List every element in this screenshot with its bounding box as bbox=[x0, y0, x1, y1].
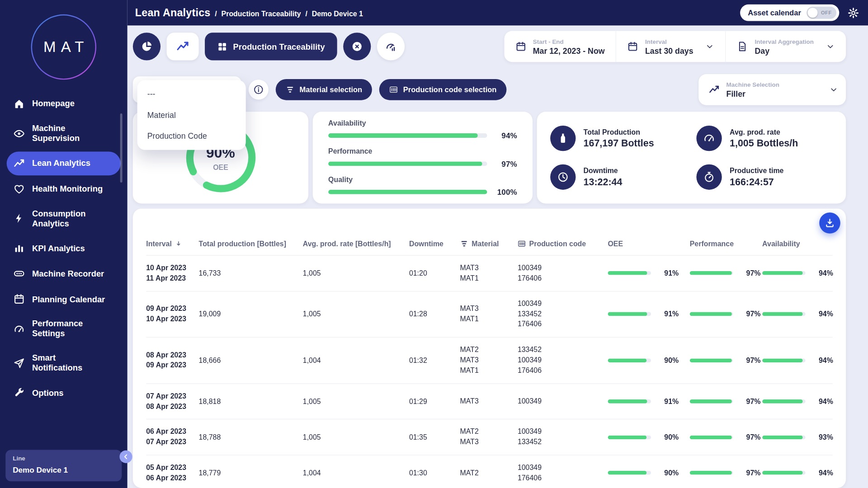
cell-downtime: 01:29 bbox=[409, 397, 460, 405]
device-selector-card[interactable]: Line Demo Device 1 bbox=[5, 450, 122, 482]
production-code-selection-button[interactable]: Production code selection bbox=[379, 79, 506, 100]
breadcrumb-device[interactable]: Demo Device 1 bbox=[312, 9, 363, 18]
cell-material: MAT3MAT1 bbox=[460, 263, 518, 284]
cell-total-production: 19,009 bbox=[199, 310, 303, 318]
sidebar-item-label: Planning Calendar bbox=[32, 294, 105, 304]
sidebar-item-kpi-analytics[interactable]: KPI Analytics bbox=[7, 236, 121, 260]
table-row: 08 Apr 202309 Apr 2023 18,666 1,004 01:3… bbox=[146, 337, 832, 383]
performance-label: Performance bbox=[328, 147, 517, 155]
download-button[interactable] bbox=[819, 212, 840, 234]
gauge-icon bbox=[13, 323, 25, 335]
grid-icon bbox=[217, 41, 227, 52]
kpi-bars-card: Availability 94% Performance 97% bbox=[313, 112, 533, 203]
gauge-chart-icon bbox=[385, 40, 397, 52]
asset-calendar-label: Asset calendar bbox=[748, 9, 801, 17]
eye-icon bbox=[13, 128, 25, 140]
material-selection-button[interactable]: Material selection bbox=[276, 79, 372, 100]
table-row: 05 Apr 202306 Apr 2023 18,779 1,004 01:3… bbox=[146, 455, 832, 488]
column-downtime[interactable]: Downtime bbox=[409, 239, 460, 248]
availability-label: Availability bbox=[328, 119, 517, 127]
cell-interval: 05 Apr 202306 Apr 2023 bbox=[146, 463, 198, 483]
settings-gear-icon[interactable] bbox=[848, 7, 859, 19]
column-avg-prod-rate[interactable]: Avg. prod. rate [Bottles/h] bbox=[303, 239, 409, 248]
column-availability[interactable]: Availability bbox=[762, 239, 833, 248]
dropdown-option-material[interactable]: Material bbox=[137, 104, 246, 126]
pie-chart-icon bbox=[141, 40, 153, 52]
sidebar-item-machine-recorder[interactable]: Machine Recorder bbox=[7, 262, 121, 286]
toggle-state-label: OFF bbox=[821, 10, 832, 15]
sidebar-item-smart-notifications[interactable]: Smart Notifications bbox=[7, 347, 121, 379]
cell-interval: 09 Apr 202310 Apr 2023 bbox=[146, 304, 198, 324]
cell-performance: 97% bbox=[690, 469, 762, 477]
cell-total-production: 18,779 bbox=[199, 469, 303, 477]
column-production-code[interactable]: Production code bbox=[518, 239, 608, 248]
sidebar-item-options[interactable]: Options bbox=[7, 381, 121, 405]
calendar-icon bbox=[515, 41, 526, 52]
asset-calendar-toggle[interactable]: OFF bbox=[807, 7, 836, 19]
machine-selection-label: Machine Selection bbox=[726, 81, 817, 88]
clock-icon bbox=[550, 164, 576, 190]
date-range-value: Mar 12, 2023 - Now bbox=[533, 46, 605, 55]
cell-avg-prod-rate: 1,005 bbox=[303, 433, 409, 441]
sidebar-item-health-monitoring[interactable]: Health Monitoring bbox=[7, 177, 121, 201]
sidebar-item-label: KPI Analytics bbox=[32, 243, 85, 253]
info-icon bbox=[253, 84, 264, 95]
info-button[interactable] bbox=[249, 80, 269, 99]
aggregation-picker[interactable]: Interval Aggregation Day bbox=[726, 31, 846, 62]
speedometer-icon bbox=[697, 126, 722, 151]
cell-oee: 91% bbox=[608, 269, 689, 277]
table-row: 09 Apr 202310 Apr 2023 19,009 1,005 01:2… bbox=[146, 291, 832, 337]
column-total-production[interactable]: Total production [Bottles] bbox=[199, 239, 303, 248]
sidebar-collapse-button[interactable] bbox=[119, 450, 132, 463]
cell-total-production: 18,666 bbox=[199, 357, 303, 365]
rate-analysis-button[interactable] bbox=[377, 33, 405, 60]
sidebar-item-machine-supervision[interactable]: Machine Supervision bbox=[7, 117, 121, 150]
cell-material: MAT3MAT1 bbox=[460, 304, 518, 324]
cell-material: MAT2MAT3 bbox=[460, 427, 518, 448]
breadcrumb-section[interactable]: Production Traceability bbox=[222, 9, 301, 18]
sidebar-item-label: Health Monitoring bbox=[32, 183, 103, 193]
bar-chart-icon bbox=[13, 243, 25, 254]
sidebar-item-performance-settings[interactable]: Performance Settings bbox=[7, 313, 121, 345]
performance-value: 97% bbox=[495, 160, 517, 169]
trend-view-button[interactable] bbox=[167, 33, 199, 60]
download-icon bbox=[824, 217, 835, 228]
cell-material: MAT2 bbox=[460, 468, 518, 478]
cell-oee: 90% bbox=[608, 433, 689, 441]
cell-avg-prod-rate: 1,005 bbox=[303, 269, 409, 277]
recorder-icon bbox=[13, 268, 25, 280]
sidebar-item-lean-analytics[interactable]: Lean Analytics bbox=[7, 151, 121, 175]
sidebar-item-planning-calendar[interactable]: Planning Calendar bbox=[7, 287, 121, 311]
downtime-label: Downtime bbox=[584, 166, 623, 174]
cell-total-production: 18,818 bbox=[199, 397, 303, 405]
interval-picker[interactable]: Interval Last 30 days bbox=[616, 31, 726, 62]
sidebar-item-label: Lean Analytics bbox=[32, 158, 90, 168]
date-range-picker[interactable]: Start - End Mar 12, 2023 - Now bbox=[504, 31, 616, 62]
sidebar-scrollbar[interactable] bbox=[120, 113, 123, 183]
breadcrumb-root[interactable]: Lean Analytics bbox=[135, 7, 211, 19]
cell-oee: 91% bbox=[608, 397, 689, 405]
pie-chart-view-button[interactable] bbox=[133, 33, 160, 60]
asset-calendar-pill[interactable]: Asset calendar OFF bbox=[740, 5, 839, 21]
total-production-label: Total Production bbox=[584, 127, 654, 136]
sidebar-item-consumption-analytics[interactable]: Consumption Analytics bbox=[7, 202, 121, 235]
dropdown-option-production-code[interactable]: Production Code bbox=[137, 126, 246, 147]
table-row: 10 Apr 202311 Apr 2023 16,733 1,005 01:2… bbox=[146, 255, 832, 291]
column-oee[interactable]: OEE bbox=[608, 239, 689, 248]
production-traceability-button[interactable]: Production Traceability bbox=[205, 33, 337, 60]
column-interval[interactable]: Interval bbox=[146, 239, 198, 248]
clear-selection-button[interactable] bbox=[343, 33, 371, 60]
total-production-value: 167,197 Bottles bbox=[584, 137, 654, 149]
cell-availability: 94% bbox=[762, 310, 833, 318]
cell-performance: 97% bbox=[690, 433, 762, 441]
content: Production Traceability Start - End Mar … bbox=[127, 25, 868, 488]
column-material[interactable]: Material bbox=[460, 239, 518, 248]
column-performance[interactable]: Performance bbox=[690, 239, 762, 248]
dropdown-option-none[interactable]: --- bbox=[137, 84, 246, 105]
availability-value: 94% bbox=[495, 131, 517, 140]
chevron-down-icon bbox=[826, 42, 835, 51]
sidebar-item-homepage[interactable]: Homepage bbox=[7, 92, 121, 116]
topbar-right: Asset calendar OFF bbox=[740, 5, 859, 21]
availability-bar-group: Availability 94% bbox=[328, 119, 517, 140]
machine-selection-select[interactable]: Machine Selection Filler bbox=[698, 74, 846, 105]
